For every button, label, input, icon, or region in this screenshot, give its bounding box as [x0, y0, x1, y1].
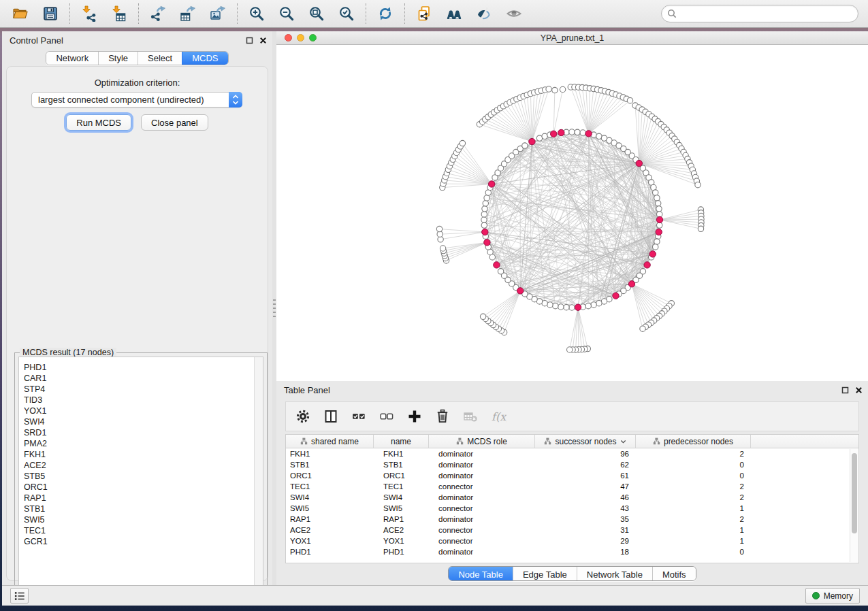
- tab-mcds[interactable]: MCDS: [182, 52, 227, 65]
- tab-network-table[interactable]: Network Table: [577, 567, 652, 581]
- table-row[interactable]: YOX1YOX1connector291: [286, 535, 858, 546]
- export-network-button[interactable]: [144, 1, 172, 26]
- dominator-node[interactable]: [649, 251, 656, 257]
- status-bar: Memory: [2, 585, 868, 606]
- dominator-node[interactable]: [517, 288, 524, 294]
- table-row[interactable]: SWI4SWI4dominator462: [286, 492, 858, 503]
- toolbar-group: [411, 1, 528, 26]
- refresh-layout-button[interactable]: [372, 1, 399, 26]
- zoom-out-button[interactable]: [273, 1, 300, 26]
- column-header-predecessor-nodes[interactable]: predecessor nodes: [636, 435, 751, 448]
- mcds-list-scrollbar[interactable]: [254, 357, 263, 601]
- export-table-button[interactable]: [174, 1, 202, 26]
- cell-shared-name: YOX1: [286, 537, 374, 545]
- dominator-node[interactable]: [656, 229, 662, 235]
- dominator-node[interactable]: [494, 262, 500, 268]
- control-panel-titlebar: Control Panel: [2, 31, 272, 48]
- mcds-result-item: ACE2: [24, 460, 254, 471]
- save-session-button[interactable]: [37, 1, 64, 26]
- import-network-button[interactable]: [76, 1, 103, 26]
- divider-grip[interactable]: [273, 299, 276, 317]
- tab-node-table[interactable]: Node Table: [449, 567, 513, 581]
- table-row[interactable]: FKH1FKH1dominator962: [286, 448, 858, 459]
- select-all-rows-button[interactable]: [350, 408, 368, 425]
- dominator-node[interactable]: [613, 293, 619, 299]
- import-table-button[interactable]: [106, 1, 133, 26]
- show-hide-details-button[interactable]: [500, 1, 528, 26]
- dominator-node[interactable]: [529, 138, 535, 144]
- column-header-name[interactable]: name: [374, 435, 429, 448]
- search-input[interactable]: [677, 7, 852, 20]
- toggle-graphics-details-button[interactable]: [470, 1, 498, 26]
- dominator-node[interactable]: [575, 304, 581, 310]
- dominator-node[interactable]: [482, 229, 488, 235]
- tab-edge-table[interactable]: Edge Table: [513, 567, 577, 581]
- close-panel-icon[interactable]: [855, 386, 863, 394]
- column-header-MCDS-role[interactable]: MCDS role: [429, 435, 535, 448]
- column-header-shared-name[interactable]: shared name: [286, 435, 374, 448]
- cell-MCDS-role: dominator: [429, 548, 535, 556]
- table-row[interactable]: SWI5SWI5connector431: [286, 503, 858, 514]
- column-header-successor-nodes[interactable]: successor nodes: [535, 435, 636, 448]
- show-columns-button[interactable]: [322, 408, 340, 425]
- run-mcds-button[interactable]: Run MCDS: [66, 114, 131, 131]
- open-file-button[interactable]: [7, 1, 34, 26]
- dominator-node[interactable]: [656, 216, 662, 222]
- dominator-node[interactable]: [558, 129, 564, 135]
- cell-predecessor-nodes: 2: [636, 515, 751, 523]
- network-canvas[interactable]: [276, 45, 868, 380]
- task-history-button[interactable]: [10, 588, 29, 604]
- column-label: successor nodes: [555, 437, 616, 446]
- table-row[interactable]: TEC1TEC1connector472: [286, 481, 858, 492]
- find-network-button[interactable]: [440, 1, 468, 26]
- toolbar-group: [144, 1, 231, 26]
- mcds-result-item: ORC1: [24, 482, 254, 493]
- network-window-titlebar[interactable]: YPA_prune.txt_1: [276, 31, 868, 45]
- search-box[interactable]: [661, 5, 858, 22]
- table-scrollbar-thumb[interactable]: [852, 453, 857, 533]
- table-row[interactable]: PHD1PHD1dominator180: [286, 546, 858, 557]
- zoom-selected-icon: [338, 5, 355, 22]
- zoom-selected-button[interactable]: [333, 1, 360, 26]
- add-column-button[interactable]: [406, 408, 423, 425]
- zoom-in-button[interactable]: [243, 1, 270, 26]
- export-image-button[interactable]: [204, 1, 231, 26]
- table-row[interactable]: ACE2ACE2connector311: [286, 525, 858, 535]
- dominator-node[interactable]: [484, 240, 490, 246]
- criterion-dropdown[interactable]: largest connected component (undirected): [31, 92, 242, 108]
- memory-button[interactable]: Memory: [805, 588, 860, 604]
- tab-style[interactable]: Style: [98, 52, 138, 65]
- float-panel-icon[interactable]: [841, 386, 849, 394]
- deselect-all-rows-button[interactable]: [378, 408, 396, 425]
- dominator-node[interactable]: [585, 131, 592, 137]
- delete-column-button[interactable]: [434, 408, 451, 425]
- dominator-node[interactable]: [628, 281, 634, 287]
- close-panel-icon[interactable]: [259, 37, 267, 44]
- table-row[interactable]: STB1STB1dominator620: [286, 459, 858, 470]
- shared-attribute-icon: [456, 437, 464, 445]
- cell-MCDS-role: dominator: [429, 461, 535, 469]
- tab-select[interactable]: Select: [138, 52, 182, 65]
- float-panel-icon[interactable]: [246, 37, 253, 44]
- cell-MCDS-role: connector: [429, 482, 535, 491]
- mcds-result-item: TID3: [24, 395, 254, 406]
- mcds-result-list[interactable]: PHD1CAR1STP4TID3YOX1SWI4SRD1PMA2FKH1ACE2…: [18, 357, 263, 601]
- clone-network-button[interactable]: [411, 1, 438, 26]
- dominator-node[interactable]: [644, 262, 650, 268]
- table-row[interactable]: RAP1RAP1dominator352: [286, 514, 858, 525]
- zoom-fit-button[interactable]: [303, 1, 330, 26]
- eye-icon: [506, 5, 522, 22]
- cell-name: RAP1: [374, 515, 429, 523]
- tab-motifs[interactable]: Motifs: [652, 567, 696, 581]
- table-row[interactable]: ORC1ORC1dominator610: [286, 470, 858, 481]
- dominator-node[interactable]: [636, 160, 642, 166]
- toolbar-separator: [237, 3, 238, 24]
- cell-name: FKH1: [374, 450, 429, 458]
- dominator-node[interactable]: [489, 181, 495, 187]
- tab-network[interactable]: Network: [46, 52, 98, 65]
- close-panel-button[interactable]: Close panel: [141, 114, 208, 131]
- table-scrollbar[interactable]: [850, 449, 858, 562]
- cell-predecessor-nodes: 1: [636, 504, 751, 512]
- dominator-node[interactable]: [551, 131, 557, 137]
- table-settings-button[interactable]: [294, 408, 312, 425]
